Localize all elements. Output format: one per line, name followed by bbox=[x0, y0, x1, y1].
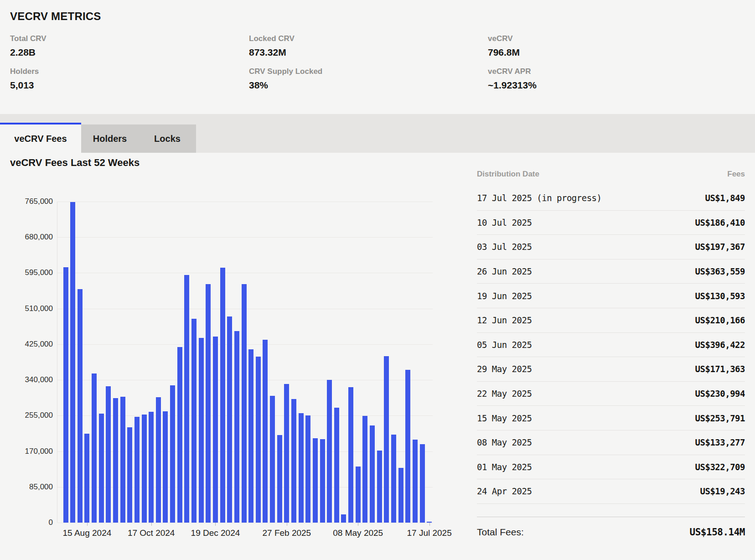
x-axis-tick bbox=[151, 523, 152, 526]
fee-bar[interactable] bbox=[248, 349, 253, 523]
fee-bar[interactable] bbox=[220, 268, 225, 523]
fee-bar[interactable] bbox=[120, 397, 125, 523]
distribution-date: 08 May 2025 bbox=[477, 437, 532, 447]
tab-vecrv-fees[interactable]: veCRV Fees bbox=[0, 123, 81, 153]
table-row: 17 Jul 2025 (in progress)US$1,849 bbox=[477, 186, 745, 211]
x-axis-tick-label: 17 Jul 2025 bbox=[407, 528, 452, 538]
y-axis-tick-label: 425,000 bbox=[2, 340, 53, 349]
fee-amount: US$186,410 bbox=[695, 218, 745, 228]
distribution-date: 15 May 2025 bbox=[477, 413, 532, 423]
y-axis-tick-label: 170,000 bbox=[2, 447, 53, 456]
tab-locks[interactable]: Locks bbox=[139, 124, 196, 153]
fee-bar[interactable] bbox=[291, 399, 296, 523]
fee-bar[interactable] bbox=[84, 434, 89, 523]
fee-amount: US$19,243 bbox=[700, 486, 745, 496]
fee-bar[interactable] bbox=[348, 387, 353, 523]
fee-amount: US$363,559 bbox=[695, 266, 745, 276]
fee-bar[interactable] bbox=[398, 468, 403, 523]
fee-bar[interactable] bbox=[149, 412, 154, 523]
fee-bar[interactable] bbox=[320, 439, 325, 523]
table-row: 03 Jul 2025US$197,367 bbox=[477, 235, 745, 259]
x-axis-tick-label: 17 Oct 2024 bbox=[128, 528, 175, 538]
fee-bar[interactable] bbox=[106, 386, 111, 523]
distribution-date: 17 Jul 2025 (in progress) bbox=[477, 193, 601, 203]
fee-bar[interactable] bbox=[277, 435, 282, 523]
fee-bar[interactable] bbox=[305, 415, 310, 523]
y-axis-tick-label: 85,000 bbox=[2, 482, 53, 492]
y-axis-tick-label: 680,000 bbox=[2, 233, 53, 242]
fee-bar[interactable] bbox=[242, 284, 247, 523]
fee-bar[interactable] bbox=[191, 319, 197, 523]
fee-amount: US$210,166 bbox=[695, 315, 745, 325]
y-axis-tick-label: 340,000 bbox=[2, 375, 53, 384]
fee-bar[interactable] bbox=[206, 284, 211, 523]
distribution-date: 26 Jun 2025 bbox=[477, 266, 532, 276]
metric-value: 38% bbox=[249, 80, 488, 90]
fee-bar[interactable] bbox=[227, 316, 232, 523]
fee-bar[interactable] bbox=[391, 435, 396, 523]
fee-bar[interactable] bbox=[127, 427, 132, 523]
metrics-grid: Total CRV2.28BLocked CRV873.32MveCRV796.… bbox=[10, 35, 716, 90]
distribution-date: 05 Jun 2025 bbox=[477, 340, 532, 350]
fee-bar[interactable] bbox=[420, 444, 425, 523]
metric-holders: Holders5,013 bbox=[10, 67, 249, 90]
fee-bar[interactable] bbox=[413, 440, 418, 523]
total-fees-value: US$158.14M bbox=[690, 527, 745, 538]
fee-bar[interactable] bbox=[299, 413, 304, 523]
fee-bar[interactable] bbox=[284, 384, 289, 523]
metric-value: 796.8M bbox=[488, 47, 716, 57]
fee-bar[interactable] bbox=[134, 417, 140, 523]
gridline bbox=[57, 202, 433, 202]
fees-bar-chart: 765,000680,000595,000510,000425,000340,0… bbox=[57, 202, 433, 523]
metric-label: veCRV bbox=[488, 35, 716, 42]
x-axis-tick-label: 27 Feb 2025 bbox=[262, 528, 311, 538]
fee-bar[interactable] bbox=[63, 267, 68, 523]
table-row: 24 Apr 2025US$19,243 bbox=[477, 479, 745, 504]
column-header-fees: Fees bbox=[727, 170, 745, 179]
fee-bar[interactable] bbox=[313, 438, 318, 523]
fee-bar[interactable] bbox=[213, 337, 218, 523]
table-row: 01 May 2025US$322,709 bbox=[477, 455, 745, 480]
fee-bar[interactable] bbox=[70, 202, 75, 523]
fee-bar[interactable] bbox=[263, 340, 268, 523]
fee-amount: US$253,791 bbox=[695, 413, 745, 423]
total-separator bbox=[477, 504, 745, 517]
fee-bar[interactable] bbox=[234, 331, 239, 523]
fee-bar[interactable] bbox=[142, 415, 147, 523]
table-row: 10 Jul 2025US$186,410 bbox=[477, 211, 745, 235]
fee-bar[interactable] bbox=[270, 396, 275, 523]
y-axis-tick-label: 510,000 bbox=[2, 304, 53, 313]
distribution-date: 03 Jul 2025 bbox=[477, 242, 532, 252]
fee-bar[interactable] bbox=[341, 514, 346, 523]
gridline bbox=[57, 237, 433, 238]
fee-bar[interactable] bbox=[184, 275, 189, 523]
tab-holders-label: Holders bbox=[93, 134, 127, 144]
column-header-distribution-date: Distribution Date bbox=[477, 170, 539, 179]
fee-bar[interactable] bbox=[170, 385, 175, 523]
fee-bar[interactable] bbox=[327, 380, 332, 523]
table-row: 19 Jun 2025US$130,593 bbox=[477, 284, 745, 308]
fee-bar[interactable] bbox=[334, 408, 339, 523]
fee-bar[interactable] bbox=[177, 347, 182, 523]
fee-bar[interactable] bbox=[362, 416, 367, 523]
fee-bar[interactable] bbox=[405, 370, 410, 523]
tab-holders[interactable]: Holders bbox=[81, 124, 139, 153]
fee-bar[interactable] bbox=[370, 425, 375, 523]
fee-bar[interactable] bbox=[163, 411, 168, 523]
fee-bar[interactable] bbox=[384, 356, 389, 523]
x-axis-tick bbox=[215, 523, 216, 526]
fee-amount: US$230,994 bbox=[695, 389, 745, 399]
fee-bar[interactable] bbox=[99, 414, 104, 523]
gridline bbox=[57, 523, 433, 523]
fee-bar[interactable] bbox=[78, 289, 83, 523]
fee-bar[interactable] bbox=[199, 338, 204, 523]
fee-amount: US$396,422 bbox=[695, 340, 745, 350]
fee-bar[interactable] bbox=[113, 398, 118, 523]
fee-bar[interactable] bbox=[156, 397, 161, 523]
x-axis-tick bbox=[287, 523, 287, 526]
metric-value: 2.28B bbox=[10, 47, 249, 57]
fee-bar[interactable] bbox=[256, 357, 261, 523]
fee-bar[interactable] bbox=[377, 451, 382, 523]
fee-bar[interactable] bbox=[356, 467, 361, 523]
fee-bar[interactable] bbox=[92, 373, 97, 523]
